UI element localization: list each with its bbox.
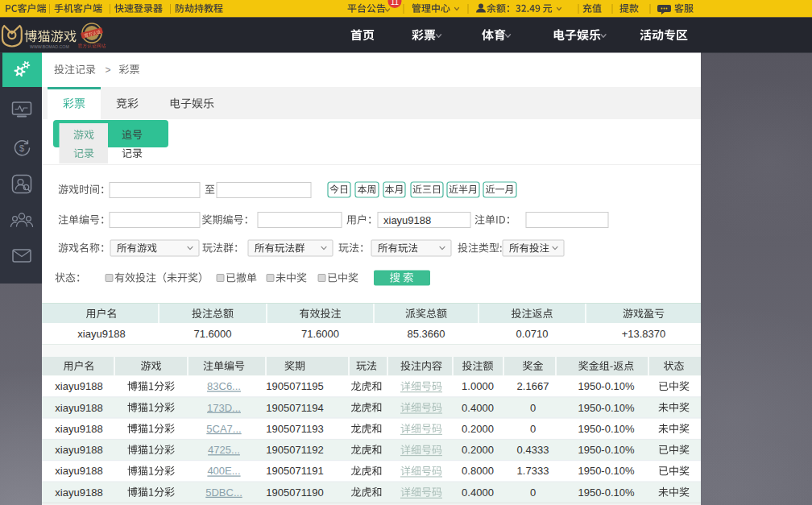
- svg-text:11: 11: [391, 0, 400, 6]
- svg-text:1950-0.10%: 1950-0.10%: [578, 486, 635, 499]
- svg-text:0.8000: 0.8000: [462, 465, 494, 477]
- svg-text:xiayu9188: xiayu9188: [55, 444, 102, 456]
- svg-text:xiayu9188: xiayu9188: [77, 328, 125, 340]
- svg-text:+13.8370: +13.8370: [622, 328, 666, 340]
- svg-text:0: 0: [530, 486, 536, 499]
- svg-text:xiayu9188: xiayu9188: [55, 465, 102, 477]
- svg-text:173D...: 173D...: [207, 402, 241, 414]
- svg-text:4725...: 4725...: [208, 444, 240, 456]
- svg-text:0.0710: 0.0710: [516, 328, 549, 340]
- svg-text:0: 0: [530, 402, 536, 414]
- svg-text:xiayu9188: xiayu9188: [55, 486, 102, 499]
- svg-text:0.4000: 0.4000: [462, 486, 494, 499]
- svg-text:71.6000: 71.6000: [194, 328, 232, 340]
- svg-text:1950-0.10%: 1950-0.10%: [578, 444, 635, 456]
- svg-text:1950-0.10%: 1950-0.10%: [578, 380, 635, 392]
- svg-text:0: 0: [530, 423, 536, 435]
- svg-text:1950-0.10%: 1950-0.10%: [578, 402, 635, 414]
- svg-text:1950-0.10%: 1950-0.10%: [578, 465, 635, 477]
- svg-text:71.6000: 71.6000: [301, 328, 339, 340]
- svg-text:0.2000: 0.2000: [462, 423, 494, 435]
- svg-text:5DBC...: 5DBC...: [205, 486, 242, 499]
- svg-text:1.7333: 1.7333: [517, 465, 549, 477]
- svg-text:xiayu9188: xiayu9188: [55, 380, 102, 392]
- svg-text:1905071191: 1905071191: [266, 465, 323, 477]
- svg-text:xiayu9188: xiayu9188: [55, 423, 102, 435]
- svg-text:0.4333: 0.4333: [517, 444, 549, 456]
- svg-text:1905071193: 1905071193: [266, 423, 323, 435]
- svg-text:83C6...: 83C6...: [207, 380, 241, 392]
- svg-text:1905071190: 1905071190: [266, 486, 323, 499]
- svg-text:WWW.BOMAO.COM: WWW.BOMAO.COM: [30, 44, 69, 49]
- svg-text:1950-0.10%: 1950-0.10%: [578, 423, 635, 435]
- svg-text:1905071192: 1905071192: [266, 444, 323, 456]
- svg-text:$: $: [19, 143, 24, 153]
- svg-text:1905071194: 1905071194: [266, 402, 323, 414]
- svg-text:0.4000: 0.4000: [462, 402, 494, 414]
- svg-text:400E...: 400E...: [207, 465, 240, 477]
- svg-text:85.3660: 85.3660: [408, 328, 445, 340]
- svg-text:5CA7...: 5CA7...: [206, 423, 241, 435]
- svg-text:2.1667: 2.1667: [517, 380, 549, 392]
- svg-text:0.2000: 0.2000: [462, 444, 494, 456]
- svg-text:>: >: [106, 64, 111, 76]
- svg-text:1905071195: 1905071195: [266, 380, 323, 392]
- svg-text:xiayu9188: xiayu9188: [383, 214, 431, 226]
- svg-text:xiayu9188: xiayu9188: [55, 402, 102, 414]
- svg-text:1.0000: 1.0000: [462, 380, 494, 392]
